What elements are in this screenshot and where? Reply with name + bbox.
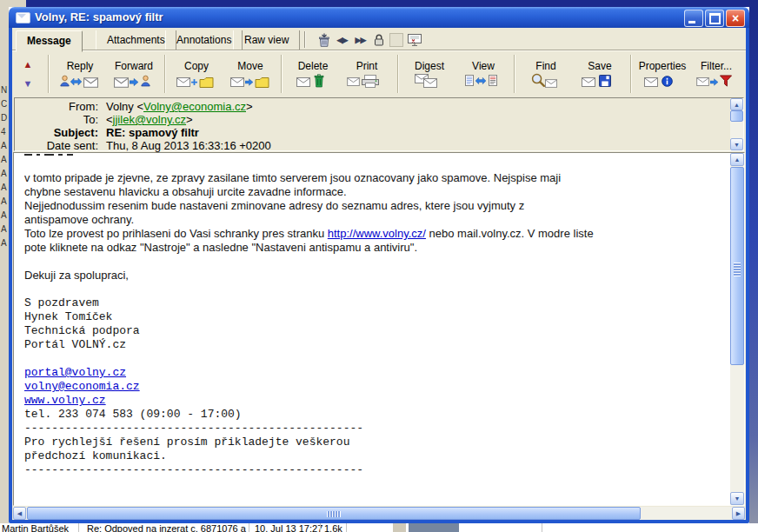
row-separator [542,523,542,532]
copy-button[interactable]: Copy [170,54,223,94]
header-from-row: From: Volny <Volny@economia.cz> [15,100,743,113]
header-scrollbar-thumb[interactable] [730,110,743,122]
save-button[interactable]: Save [573,54,627,94]
properties-button[interactable]: Properties [635,54,689,94]
move-icon [230,73,270,89]
scroll-right-icon[interactable]: ▶ [732,507,745,520]
toolbar-separator [281,55,283,93]
header-scrollbar[interactable]: ▲ ▼ [730,98,743,150]
scroll-up-icon[interactable]: ▲ [730,153,744,166]
background-window-top-edge [26,0,758,7]
maximize-button[interactable] [705,10,724,27]
scroll-down-icon[interactable]: ▼ [730,138,743,150]
message-header-panel: From: Volny <Volny@economia.cz> To: <jji… [14,97,744,151]
toolbar-separator [630,55,632,93]
screen-view-button[interactable] [407,32,422,47]
from-label: From: [15,100,98,113]
lock-button[interactable] [371,32,386,47]
background-message-list-row[interactable]: Martin Bartůšek Re: Odpoved na inzerat c… [0,523,758,532]
row-separator [320,523,321,532]
next-message-button[interactable]: ▼ [15,75,41,92]
screen: N C D 4 A A A A A A A A Martin Bartůšek … [0,0,758,532]
message-window: Volny, RE: spamový filtr × Message Attac… [9,7,749,523]
subject-value: RE: spamový filtr [106,126,199,139]
subject-label: Subject: [15,126,98,139]
portal-email-link[interactable]: portal@volny.cz [24,366,126,379]
tab-divider [304,31,306,48]
to-address-link[interactable]: jjilek@volny.cz [113,113,186,126]
toolbar-separator [48,55,50,93]
close-icon: × [732,12,739,24]
minimize-icon [688,21,695,23]
background-top-left [9,0,26,7]
row-sender: Martin Bartůšek [2,523,69,532]
toolbar-separator [397,55,399,93]
tab-raw-view[interactable]: Raw view [233,30,300,50]
minimize-button[interactable] [684,10,703,27]
main-toolbar: ▲ ▼ Reply Forward Copy Mo [12,50,746,96]
row-subject: Re: Odpoved na inzerat c. 6871076 a [87,523,246,532]
print-button[interactable]: Print [340,54,394,94]
message-text: v tomto pripade je zjevne, ze zpravy zas… [24,153,725,505]
maximize-icon [709,13,721,24]
print-icon [347,73,387,89]
volny-email-link[interactable]: volny@economia.cz [24,380,140,393]
row-separator [78,523,79,532]
window-content: Message Attachments Annotations Raw view… [12,28,746,520]
scroll-up-icon[interactable]: ▲ [730,98,743,110]
scroll-down-icon[interactable]: ▼ [730,492,744,505]
header-to-row: To: <jjilek@volny.cz> [15,113,743,126]
move-button[interactable]: Move [223,54,277,94]
tab-attachments[interactable]: Attachments [96,30,176,50]
horizontal-scrollbar[interactable]: ◀ ▶ [13,507,745,520]
row-separator [249,523,249,532]
window-title: Volny, RE: spamový filtr [35,10,163,23]
toolbar-separator [164,55,166,93]
toolbar-separator [514,55,515,93]
view-button[interactable]: View [456,54,510,94]
previous-unread-button[interactable]: ◀▶ [335,32,349,47]
scroll-left-icon[interactable]: ◀ [13,507,26,520]
reply-icon [60,73,100,89]
row-separator [346,523,347,532]
filter-button[interactable]: Filter... [689,54,743,94]
background-box [393,523,406,532]
from-address-link[interactable]: Volny@economia.cz [143,100,246,113]
body-scrollbar-thumb[interactable] [730,167,744,365]
forward-button[interactable]: Forward [107,54,161,94]
save-icon [580,73,620,89]
phone-line: tel. 233 074 583 (09:00 - 17:00) [24,408,725,422]
background-folder-chars: N C D 4 A A A A A A A A [1,83,7,250]
digest-button[interactable]: Digest [402,54,456,94]
previous-message-button[interactable]: ▲ [15,56,41,73]
view-icon [463,73,503,89]
copy-icon [176,73,216,89]
tab-annotations[interactable]: Annotations [165,30,243,50]
find-button[interactable]: Find [519,54,573,94]
properties-icon [642,73,682,89]
move-to-trash-button[interactable] [316,32,331,47]
disabled-button [389,33,403,47]
tab-message[interactable]: Message [16,30,83,52]
find-icon [526,73,566,89]
body-scrollbar[interactable]: ▲ ▼ [730,153,744,505]
volny-url-link[interactable]: http://www.volny.cz/ [328,227,426,240]
row-size: 1.6k [324,523,342,532]
background-window-right-edge [749,0,758,532]
volny-web-link[interactable]: www.volny.cz [24,394,106,407]
row-date: 10. Jul 13 17:27 [255,523,322,532]
titlebar[interactable]: Volny, RE: spamový filtr × [9,7,749,28]
delete-button[interactable]: Delete [286,54,340,94]
reply-button[interactable]: Reply [53,54,107,94]
tab-bar: Message Attachments Annotations Raw view… [12,28,746,50]
to-label: To: [15,113,98,126]
horizontal-scrollbar-thumb[interactable] [27,507,641,520]
digest-icon [409,73,449,89]
close-button[interactable]: × [726,10,745,27]
divider-line: ----------------------------------------… [24,463,725,477]
mail-window-icon [16,12,30,23]
background-folder-list-sliver: N C D 4 A A A A A A A A [0,0,9,523]
background-box [409,523,459,532]
divider-line: ----------------------------------------… [24,422,725,436]
next-unread-button[interactable]: ▶▶ [353,32,368,47]
